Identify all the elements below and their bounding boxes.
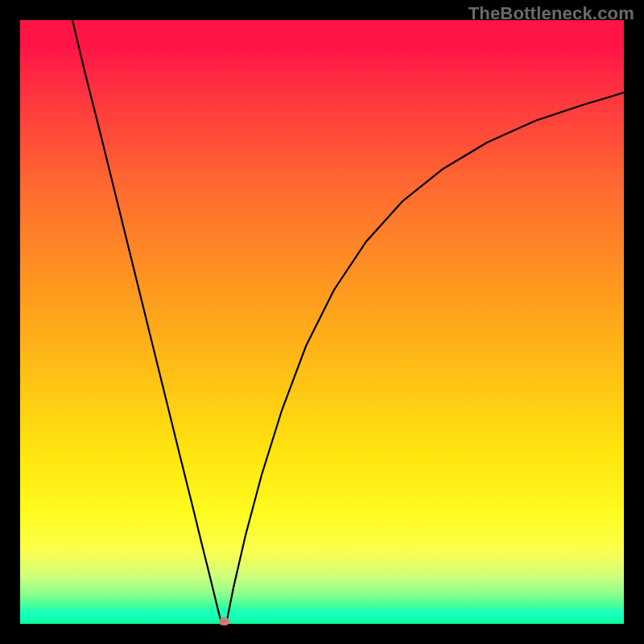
curve-path (72, 20, 624, 622)
bottleneck-curve (20, 20, 624, 624)
minimum-marker (219, 617, 229, 625)
